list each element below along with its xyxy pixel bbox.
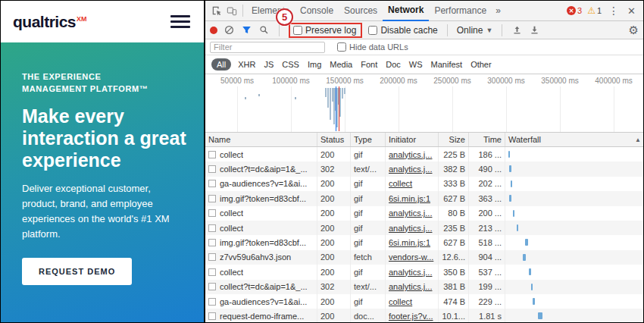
table-row[interactable]: img.gif?token=d83cbf...200gif6si.min.js:… xyxy=(205,235,643,249)
initiator-link[interactable]: collect xyxy=(389,297,412,306)
hide-data-urls-group[interactable]: Hide data URLs xyxy=(337,42,408,52)
cell-type: gif xyxy=(351,235,386,249)
export-har-icon[interactable] xyxy=(529,24,540,36)
preserve-log-checkbox-group[interactable]: Preserve log xyxy=(293,25,356,36)
file-type-icon xyxy=(208,283,216,290)
column-header-name[interactable]: Name xyxy=(205,133,317,146)
error-badge[interactable]: ✕ 3 xyxy=(567,6,582,15)
cell-status: 200 xyxy=(317,221,351,235)
more-tabs-chevron[interactable]: » xyxy=(492,5,505,16)
initiator-link[interactable]: collect xyxy=(389,179,412,188)
file-type-icon xyxy=(208,180,216,187)
overview-tick-label: 150000 ms xyxy=(326,77,363,85)
initiator-link[interactable]: vendors-w... xyxy=(389,252,433,262)
preserve-log-checkbox[interactable] xyxy=(293,26,302,35)
cell-size: 235 B xyxy=(439,221,469,235)
devtools-menu-kebab-icon[interactable]: ⋮ xyxy=(607,5,621,17)
initiator-link[interactable]: analytics.j... xyxy=(389,268,432,277)
hamburger-menu-icon[interactable] xyxy=(170,15,190,28)
clear-button[interactable] xyxy=(224,24,235,36)
table-row[interactable]: z7vv59u6ahv3.json200fetchvendors-w...12.… xyxy=(205,250,643,265)
type-filter-other[interactable]: Other xyxy=(470,60,492,69)
tab-performance[interactable]: Performance xyxy=(429,2,492,20)
initiator-link[interactable]: 6si.min.js:1 xyxy=(389,238,430,247)
warning-badge[interactable]: ⚠ 1 xyxy=(587,6,602,15)
cell-time: 199 ... xyxy=(469,280,505,294)
devtools-close-icon[interactable]: ✕ xyxy=(626,5,637,17)
cell-name: collect xyxy=(205,147,317,162)
column-header-waterfall[interactable]: Waterfall ▲ xyxy=(505,133,643,146)
cell-name: collect?t=dc&aip=1&_... xyxy=(205,162,317,176)
type-filter-img[interactable]: Img xyxy=(308,60,321,69)
column-header-initiator[interactable]: Initiator xyxy=(386,133,439,146)
type-filter-manifest[interactable]: Manifest xyxy=(431,60,463,69)
tab-console[interactable]: Console xyxy=(295,2,339,20)
table-row[interactable]: collect200gifanalytics.j...80 B200 ... xyxy=(205,206,643,221)
gear-icon[interactable]: ⚙ xyxy=(629,24,639,36)
import-har-icon[interactable] xyxy=(511,24,523,36)
type-filter-media[interactable]: Media xyxy=(330,60,352,69)
type-filter-js[interactable]: JS xyxy=(264,60,274,69)
table-row[interactable]: collect200gifanalytics.j...235 B213 ... xyxy=(205,221,643,235)
table-row[interactable]: request-demo-iframe...200doc...footer.js… xyxy=(205,309,643,322)
devtools-panel: 5 Elements Console Sources Network Perfo… xyxy=(205,1,643,322)
column-header-size[interactable]: Size xyxy=(439,133,469,146)
tab-network[interactable]: Network xyxy=(383,1,429,21)
toolbar-separator xyxy=(279,24,280,36)
column-header-time[interactable]: Time xyxy=(469,133,505,146)
site-header: qualtricsXM xyxy=(1,1,204,42)
request-demo-button[interactable]: REQUEST DEMO xyxy=(22,258,132,285)
sort-arrow-icon: ▲ xyxy=(635,136,641,143)
column-header-status[interactable]: Status xyxy=(317,133,351,146)
type-filter-font[interactable]: Font xyxy=(361,60,377,69)
filter-input[interactable] xyxy=(210,42,325,53)
qualtrics-logo[interactable]: qualtricsXM xyxy=(13,13,87,31)
cell-waterfall xyxy=(505,250,643,265)
table-row[interactable]: ga-audiences?v=1&ai...200gifcollect474 B… xyxy=(205,294,643,309)
type-filter-ws[interactable]: WS xyxy=(409,60,423,69)
type-filter-css[interactable]: CSS xyxy=(282,60,299,69)
initiator-link[interactable]: analytics.j... xyxy=(389,165,432,174)
network-overview[interactable]: 50000 ms100000 ms150000 ms200000 ms25000… xyxy=(205,74,643,133)
table-row[interactable]: collect?t=dc&aip=1&_...302text/...analyt… xyxy=(205,280,643,294)
table-row[interactable]: ga-audiences?v=1&ai...200gifcollect333 B… xyxy=(205,177,643,191)
initiator-link[interactable]: analytics.j... xyxy=(389,224,432,233)
cell-waterfall xyxy=(505,191,643,205)
initiator-link[interactable]: 6si.min.js:1 xyxy=(389,194,430,203)
cell-type: gif xyxy=(351,191,386,205)
disable-cache-checkbox-group[interactable]: Disable cache xyxy=(368,25,437,36)
cell-name: collect xyxy=(205,265,317,279)
waterfall-bar xyxy=(525,239,527,246)
overview-activity-dot xyxy=(245,97,246,99)
cell-name: z7vv59u6ahv3.json xyxy=(205,250,317,265)
throttling-dropdown[interactable]: Online ▼ xyxy=(457,25,493,36)
network-filter-row: Hide data URLs xyxy=(205,39,643,55)
initiator-link[interactable]: analytics.j... xyxy=(389,209,432,218)
table-row[interactable]: img.gif?token=d83cbf...200gif6si.min.js:… xyxy=(205,191,643,205)
table-row[interactable]: collect?t=dc&aip=1&_...302text/...analyt… xyxy=(205,162,643,176)
initiator-link[interactable]: footer.js?v... xyxy=(389,312,433,321)
type-filter-doc[interactable]: Doc xyxy=(386,60,401,69)
column-header-type[interactable]: Type xyxy=(351,133,386,146)
error-icon: ✕ xyxy=(567,6,576,15)
inspect-element-icon[interactable] xyxy=(210,4,224,17)
tab-sources[interactable]: Sources xyxy=(339,2,383,20)
hide-data-urls-checkbox[interactable] xyxy=(337,42,346,52)
cell-initiator: footer.js?v... xyxy=(386,309,439,322)
table-row[interactable]: collect200gifanalytics.j...225 B186 ... xyxy=(205,147,643,162)
overview-tick-label: 200000 ms xyxy=(380,77,417,85)
cell-initiator: analytics.j... xyxy=(386,147,439,162)
record-button[interactable] xyxy=(210,27,217,34)
initiator-link[interactable]: analytics.j... xyxy=(389,150,432,159)
cell-status: 302 xyxy=(317,280,351,294)
device-toolbar-icon[interactable] xyxy=(225,4,239,17)
filter-funnel-icon[interactable] xyxy=(241,24,252,36)
cell-size: 474 B xyxy=(439,294,469,309)
search-icon[interactable] xyxy=(258,24,270,36)
initiator-link[interactable]: analytics.j... xyxy=(389,282,432,291)
type-filter-xhr[interactable]: XHR xyxy=(238,60,255,69)
type-filter-all[interactable]: All xyxy=(211,58,231,71)
table-row[interactable]: collect200gifanalytics.j...350 B537 ... xyxy=(205,265,643,279)
overview-activity-bar xyxy=(344,88,345,94)
disable-cache-checkbox[interactable] xyxy=(368,26,377,35)
